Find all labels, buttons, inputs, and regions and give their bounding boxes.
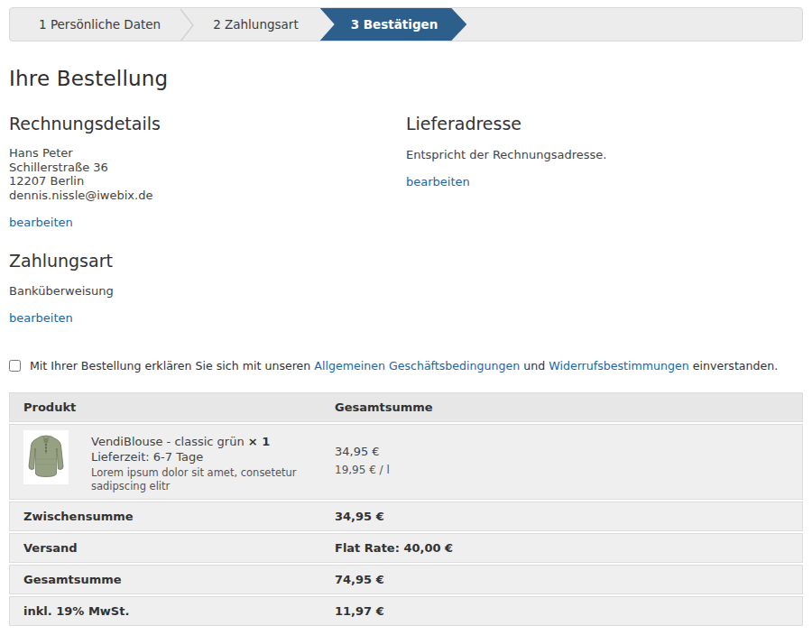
terms-text-middle: und [523,359,545,373]
product-description: Lorem ipsum dolor sit amet, consetetur s… [91,466,335,493]
subtotal-value: 34,95 € [335,502,802,530]
billing-name: Hans Peter [9,146,406,161]
checkout-steps: 1 Persönliche Daten 2 Zahlungsart 3 Best… [9,7,803,41]
actions-area: Jetzt kaufen Zurück zu Schritt 2 [9,628,803,644]
vat-row: inkl. 19% MwSt. 11,97 € [9,596,803,626]
product-thumbnail [23,430,69,484]
payment-title: Zahlungsart [9,251,803,271]
billing-address: Hans Peter Schillerstraße 36 12207 Berli… [9,146,406,202]
product-row: VendiBlouse - classic grün × 1 Lieferzei… [9,424,803,500]
address-columns: Rechnungsdetails Hans Peter Schillerstra… [9,114,803,229]
product-name: VendiBlouse - classic grün [91,435,245,448]
product-price-cell: 34,95 € 19,95 € / l [335,425,802,499]
billing-email: dennis.nissle@iwebix.de [9,189,406,203]
withdrawal-link[interactable]: Widerrufsbestimmungen [549,359,689,373]
shipping-section: Lieferadresse Entspricht der Rechnungsad… [406,114,803,229]
shipping-note: Entspricht der Rechnungsadresse. [406,148,803,161]
billing-title: Rechnungsdetails [9,114,406,133]
billing-section: Rechnungsdetails Hans Peter Schillerstra… [9,114,406,229]
grand-total-row: Gesamtsumme 74,95 € [9,565,803,594]
shipping-edit-link[interactable]: bearbeiten [406,175,470,189]
subtotal-row: Zwischensumme 34,95 € [9,501,803,531]
table-header-row: Produkt Gesamtsumme [9,392,803,422]
order-summary-table: Produkt Gesamtsumme [9,392,803,626]
page-title: Ihre Bestellung [9,67,803,90]
terms-text-before: Mit Ihrer Bestellung erklären Sie sich m… [30,359,310,373]
product-quantity: × 1 [248,435,270,448]
vat-value: 11,97 € [335,597,802,625]
grand-total-label: Gesamtsumme [10,566,335,593]
green-blouse-image [28,434,64,481]
step-personal-data[interactable]: 1 Persönliche Daten [21,8,179,41]
billing-city: 12207 Berlin [9,174,406,189]
payment-edit-link[interactable]: bearbeiten [9,311,73,325]
product-delivery-time: Lieferzeit: 6-7 Tage [91,449,335,465]
shipping-title: Lieferadresse [406,114,803,133]
shipping-cost-row: Versand Flat Rate: 40,00 € [9,533,803,563]
step-confirm-active[interactable]: 3 Bestätigen [320,8,467,41]
terms-text: Mit Ihrer Bestellung erklären Sie sich m… [30,359,778,373]
step-payment[interactable]: 2 Zahlungsart [195,8,317,41]
terms-text-after: einverstanden. [693,359,779,373]
product-unit-price: 19,95 € / l [335,464,802,476]
billing-street: Schillerstraße 36 [9,161,406,175]
payment-method: Banküberweisung [9,284,803,298]
product-name-line: VendiBlouse - classic grün × 1 [91,434,335,449]
shipping-cost-value: Flat Rate: 40,00 € [335,534,802,562]
payment-section: Zahlungsart Banküberweisung bearbeiten [9,251,803,325]
subtotal-label: Zwischensumme [10,502,335,530]
product-info: VendiBlouse - classic grün × 1 Lieferzei… [91,430,335,493]
product-price: 34,95 € [335,445,802,458]
column-header-product: Produkt [10,393,335,421]
grand-total-value: 74,95 € [335,566,802,593]
terms-row: Mit Ihrer Bestellung erklären Sie sich m… [9,359,803,373]
terms-checkbox[interactable] [9,360,21,372]
terms-conditions-link[interactable]: Allgemeinen Geschäftsbedingungen [314,359,520,373]
vat-label: inkl. 19% MwSt. [10,597,335,625]
column-header-total: Gesamtsumme [335,393,802,421]
step-separator-icon [179,8,195,41]
checkout-page: 1 Persönliche Daten 2 Zahlungsart 3 Best… [0,0,812,644]
billing-edit-link[interactable]: bearbeiten [9,216,73,229]
shipping-cost-label: Versand [10,534,335,562]
